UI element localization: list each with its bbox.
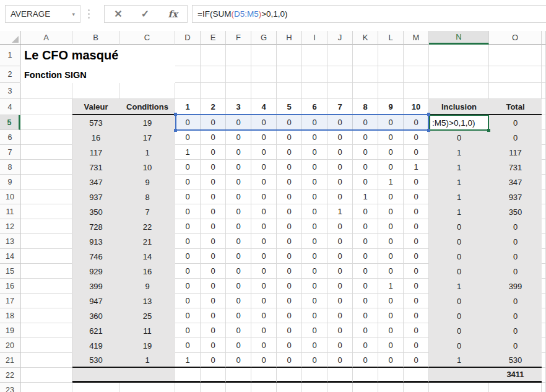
empty-cell[interactable]: [542, 219, 546, 234]
empty-cell[interactable]: [404, 83, 429, 99]
flag-cell[interactable]: 0: [175, 279, 201, 294]
row-header-2[interactable]: 2: [0, 66, 20, 83]
total-cell[interactable]: 0: [489, 338, 542, 353]
empty-cell[interactable]: [542, 66, 546, 83]
fill-handle[interactable]: [487, 129, 490, 132]
flag-cell[interactable]: 0: [378, 189, 404, 204]
empty-cell[interactable]: [201, 83, 226, 99]
flag-cell[interactable]: 0: [277, 189, 302, 204]
empty-cell[interactable]: [226, 368, 251, 383]
inclusion-cell[interactable]: 0: [429, 234, 489, 249]
flag-cell[interactable]: 0: [404, 294, 429, 308]
inclusion-cell[interactable]: 1: [429, 160, 489, 175]
flag-cell[interactable]: 0: [327, 249, 353, 264]
flag-cell[interactable]: 0: [404, 338, 429, 353]
conditions-cell[interactable]: 16: [119, 264, 175, 279]
flag-cell[interactable]: 0: [251, 308, 277, 323]
empty-cell[interactable]: [201, 368, 226, 383]
valeur-cell[interactable]: 947: [72, 294, 119, 308]
empty-cell[interactable]: [72, 83, 119, 99]
flag-cell[interactable]: 0: [277, 204, 302, 219]
flag-cell[interactable]: 0: [404, 279, 429, 294]
row-header-7[interactable]: 7: [0, 145, 20, 160]
flag-cell[interactable]: 0: [201, 204, 226, 219]
conditions-cell[interactable]: 19: [119, 115, 175, 130]
flag-cell[interactable]: 0: [302, 308, 327, 323]
empty-cell[interactable]: [119, 368, 175, 383]
flag-cell[interactable]: 0: [378, 130, 404, 145]
valeur-cell[interactable]: 746: [72, 249, 119, 264]
column-header-N[interactable]: N: [429, 31, 489, 45]
flag-cell[interactable]: 0: [302, 145, 327, 160]
valeur-cell[interactable]: 731: [72, 160, 119, 175]
row-header-12[interactable]: 12: [0, 219, 20, 234]
flag-cell[interactable]: 0: [353, 219, 378, 234]
empty-cell[interactable]: [175, 66, 201, 83]
valeur-cell[interactable]: 530: [72, 353, 119, 368]
flag-cell[interactable]: 0: [175, 175, 201, 189]
total-cell[interactable]: 0: [489, 323, 542, 338]
flag-cell[interactable]: 0: [226, 338, 251, 353]
flag-cell[interactable]: 0: [201, 145, 226, 160]
column-header-M[interactable]: M: [404, 31, 429, 45]
row-header-20[interactable]: 20: [0, 338, 20, 353]
flag-cell[interactable]: 0: [327, 189, 353, 204]
column-header-K[interactable]: K: [353, 31, 378, 45]
valeur-cell[interactable]: 360: [72, 308, 119, 323]
empty-cell[interactable]: [119, 83, 175, 99]
empty-cell[interactable]: [542, 115, 546, 130]
flag-cell[interactable]: 0: [302, 294, 327, 308]
column-header-C[interactable]: C: [119, 31, 175, 45]
flag-cell[interactable]: 0: [201, 130, 226, 145]
flag-cell[interactable]: 0: [175, 308, 201, 323]
flag-cell[interactable]: 0: [277, 130, 302, 145]
flag-cell[interactable]: 0: [378, 353, 404, 368]
empty-cell[interactable]: [542, 83, 546, 99]
flag-cell[interactable]: 0: [201, 323, 226, 338]
flag-cell[interactable]: 0: [251, 338, 277, 353]
enter-icon[interactable]: ✓: [141, 8, 149, 20]
flag-cell[interactable]: 0: [277, 279, 302, 294]
conditions-cell[interactable]: 14: [119, 249, 175, 264]
flag-cell[interactable]: 0: [175, 323, 201, 338]
flag-cell[interactable]: 0: [226, 234, 251, 249]
flag-cell[interactable]: 0: [327, 130, 353, 145]
active-cell-editor[interactable]: :M5)>0,1,0): [429, 115, 489, 131]
flag-cell[interactable]: 0: [277, 175, 302, 189]
empty-cell[interactable]: [302, 368, 327, 383]
flag-cell[interactable]: 0: [404, 249, 429, 264]
flag-cell[interactable]: 0: [302, 204, 327, 219]
flag-cell[interactable]: 1: [378, 175, 404, 189]
flag-cell[interactable]: 0: [353, 279, 378, 294]
empty-cell[interactable]: [429, 45, 489, 66]
flag-cell[interactable]: 0: [201, 249, 226, 264]
flag-cell[interactable]: 0: [327, 115, 353, 130]
empty-cell[interactable]: [20, 204, 72, 219]
empty-cell[interactable]: [542, 249, 546, 264]
flag-cell[interactable]: 0: [302, 115, 327, 130]
valeur-cell[interactable]: 621: [72, 323, 119, 338]
empty-cell[interactable]: [429, 83, 489, 99]
flag-cell[interactable]: 0: [404, 145, 429, 160]
column-header-L[interactable]: L: [378, 31, 404, 45]
total-cell[interactable]: 0: [489, 294, 542, 308]
empty-cell[interactable]: [404, 383, 429, 392]
inclusion-cell[interactable]: 0: [429, 323, 489, 338]
valeur-cell[interactable]: 350: [72, 204, 119, 219]
empty-cell[interactable]: [489, 45, 542, 66]
row-header-19[interactable]: 19: [0, 323, 20, 338]
empty-cell[interactable]: [542, 279, 546, 294]
inclusion-cell[interactable]: 0: [429, 130, 489, 145]
flag-cell[interactable]: 0: [378, 204, 404, 219]
valeur-cell[interactable]: 419: [72, 338, 119, 353]
flag-cell[interactable]: 0: [277, 264, 302, 279]
flag-cell[interactable]: 0: [378, 323, 404, 338]
flag-cell[interactable]: 0: [226, 249, 251, 264]
flag-cell[interactable]: 0: [353, 160, 378, 175]
empty-cell[interactable]: [542, 130, 546, 145]
empty-cell[interactable]: [489, 83, 542, 99]
valeur-cell[interactable]: 929: [72, 264, 119, 279]
flag-cell[interactable]: 0: [175, 204, 201, 219]
empty-cell[interactable]: [226, 66, 251, 83]
column-header-G[interactable]: G: [251, 31, 277, 45]
